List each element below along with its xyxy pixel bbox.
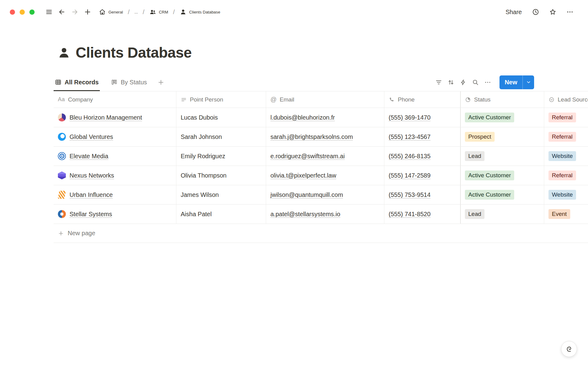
- urban-influence-logo-icon: [58, 191, 66, 199]
- add-view-button[interactable]: [155, 76, 167, 88]
- column-header-company[interactable]: Aa Company: [54, 91, 176, 108]
- cell-email[interactable]: jwilson@quantumquill.com: [266, 185, 384, 204]
- cell-point-person[interactable]: Aisha Patel: [176, 205, 266, 224]
- cell-email[interactable]: sarah.j@brightsparksolns.com: [266, 127, 384, 146]
- lead-source-badge: Referral: [548, 171, 576, 180]
- page-person-icon[interactable]: [57, 46, 71, 59]
- column-header-point-person[interactable]: Point Person: [176, 91, 266, 108]
- cell-status[interactable]: Lead: [461, 205, 544, 224]
- cell-lead-source[interactable]: Referral: [544, 108, 588, 127]
- bleu-horizon-logo-icon: [58, 113, 66, 121]
- cell-phone[interactable]: (555) 123-4567: [384, 127, 461, 146]
- phone-value: (555) 753-9514: [389, 191, 431, 198]
- favorite-button[interactable]: [546, 6, 559, 18]
- cell-email[interactable]: e.rodriguez@swiftstream.ai: [266, 147, 384, 166]
- breadcrumb: General / ... / CRM / Clients Database: [97, 7, 222, 17]
- cell-point-person[interactable]: Emily Rodriguez: [176, 147, 266, 166]
- close-window-button[interactable]: [10, 10, 15, 15]
- hamburger-icon: [45, 8, 53, 16]
- new-page-row-button[interactable]: New page: [54, 224, 588, 243]
- cell-email[interactable]: a.patel@stellarsystems.io: [266, 205, 384, 224]
- cell-point-person[interactable]: James Wilson: [176, 185, 266, 204]
- sort-button[interactable]: [445, 76, 457, 88]
- breadcrumb-item-clients-database[interactable]: Clients Database: [178, 7, 222, 17]
- home-icon: [99, 9, 106, 15]
- email-value: jwilson@quantumquill.com: [270, 191, 343, 198]
- table-row: Nexus Networks Olivia Thompson olivia.t@…: [54, 166, 588, 185]
- view-tab-by-status[interactable]: By Status: [110, 73, 148, 91]
- breadcrumb-item-general[interactable]: General: [97, 7, 125, 17]
- cell-status[interactable]: Active Customer: [461, 185, 544, 204]
- nexus-networks-logo-icon: [58, 171, 66, 179]
- select-icon: [548, 97, 555, 103]
- search-button[interactable]: [469, 76, 482, 88]
- cell-phone[interactable]: (555) 369-1470: [384, 108, 461, 127]
- star-icon: [549, 8, 556, 16]
- breadcrumb-separator: /: [173, 9, 175, 16]
- filter-button[interactable]: [433, 76, 445, 88]
- company-name: Elevate Media: [70, 153, 108, 160]
- cell-point-person[interactable]: Sarah Johnson: [176, 127, 266, 146]
- cell-company[interactable]: Bleu Horizon Management: [54, 108, 176, 127]
- ai-assistant-button[interactable]: [561, 341, 577, 357]
- cell-phone[interactable]: (555) 147-2589: [384, 166, 461, 185]
- status-badge: Active Customer: [465, 113, 514, 122]
- automations-button[interactable]: [457, 76, 469, 88]
- cell-lead-source[interactable]: Referral: [544, 127, 588, 146]
- cell-phone[interactable]: (555) 741-8520: [384, 205, 461, 224]
- more-options-button[interactable]: [564, 6, 576, 18]
- cell-lead-source[interactable]: Website: [544, 185, 588, 204]
- new-record-dropdown-button[interactable]: [522, 75, 534, 89]
- column-header-status[interactable]: Status: [461, 91, 544, 108]
- column-header-lead-source[interactable]: Lead Source: [544, 91, 588, 108]
- new-page-quick-button[interactable]: [81, 6, 94, 18]
- status-badge: Lead: [465, 151, 484, 161]
- cell-status[interactable]: Active Customer: [461, 166, 544, 185]
- lead-source-badge: Website: [548, 151, 576, 161]
- forward-button[interactable]: [68, 6, 81, 18]
- cell-company[interactable]: Global Ventures: [54, 127, 176, 146]
- cell-company[interactable]: Nexus Networks: [54, 166, 176, 185]
- share-button[interactable]: Share: [503, 7, 525, 17]
- column-header-email[interactable]: @ Email: [266, 91, 384, 108]
- new-record-button[interactable]: New: [499, 75, 522, 89]
- breadcrumb-item-crm[interactable]: CRM: [148, 7, 170, 17]
- cell-email[interactable]: l.dubois@bleuhorizon.fr: [266, 108, 384, 127]
- view-tab-all-records[interactable]: All Records: [54, 73, 100, 91]
- breadcrumb-item-ellipsis[interactable]: ...: [133, 9, 140, 16]
- updates-button[interactable]: [529, 6, 542, 18]
- ellipsis-icon: [484, 79, 491, 86]
- breadcrumb-label: Clients Database: [189, 10, 221, 14]
- at-icon: @: [270, 96, 277, 103]
- plus-icon: [58, 230, 64, 236]
- cell-email[interactable]: olivia.t@pixelperfect.law: [266, 166, 384, 185]
- view-options-button[interactable]: [482, 76, 494, 88]
- cell-lead-source[interactable]: Event: [544, 205, 588, 224]
- views-toolbar: All Records By Status New: [54, 73, 534, 91]
- cell-status[interactable]: Active Customer: [461, 108, 544, 127]
- back-button[interactable]: [55, 6, 68, 18]
- table-row: Urban Influence James Wilson jwilson@qua…: [54, 185, 588, 205]
- cell-status[interactable]: Lead: [461, 147, 544, 166]
- cell-company[interactable]: Stellar Systems: [54, 205, 176, 224]
- cell-phone[interactable]: (555) 753-9514: [384, 185, 461, 204]
- column-header-phone[interactable]: Phone: [384, 91, 461, 108]
- table-view-icon: [55, 79, 62, 86]
- cell-lead-source[interactable]: Referral: [544, 166, 588, 185]
- sidebar-menu-button[interactable]: [43, 6, 55, 18]
- zoom-window-button[interactable]: [29, 10, 35, 15]
- page-title[interactable]: Clients Database: [76, 44, 192, 61]
- cell-lead-source[interactable]: Website: [544, 147, 588, 166]
- email-value: sarah.j@brightsparksolns.com: [270, 133, 353, 140]
- window-titlebar: General / ... / CRM / Clients Database S…: [0, 0, 588, 24]
- stellar-systems-logo-icon: [58, 210, 66, 218]
- cell-point-person[interactable]: Olivia Thompson: [176, 166, 266, 185]
- minimize-window-button[interactable]: [20, 10, 25, 15]
- status-badge: Active Customer: [465, 171, 514, 180]
- cell-point-person[interactable]: Lucas Dubois: [176, 108, 266, 127]
- cell-company[interactable]: Urban Influence: [54, 185, 176, 204]
- cell-phone[interactable]: (555) 246-8135: [384, 147, 461, 166]
- cell-company[interactable]: Elevate Media: [54, 147, 176, 166]
- cell-status[interactable]: Prospect: [461, 127, 544, 146]
- column-label: Lead Source: [558, 96, 588, 103]
